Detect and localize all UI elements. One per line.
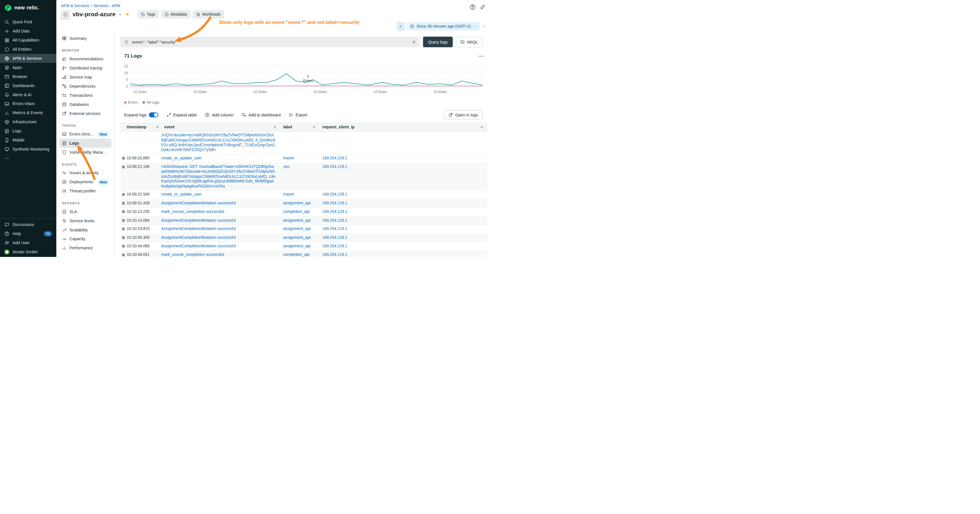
log-event-link[interactable]: mark_course_completion successful	[161, 253, 275, 257]
row-select-icon[interactable]	[122, 165, 125, 168]
open-in-logs-button[interactable]: Open in logs	[444, 110, 482, 119]
nav2-item-scalability[interactable]: Scalability	[59, 225, 111, 234]
remove-event-column-icon[interactable]	[273, 125, 277, 129]
log-request-client-ip-link[interactable]: 169.254.129.1	[322, 244, 488, 249]
nav2-item-errors-errors-inb[interactable]: Errors (errors inb...New	[59, 129, 111, 138]
column-header-request-client-ip[interactable]: request_client_ip	[322, 125, 355, 129]
log-label-link[interactable]: assignment_api	[283, 218, 319, 223]
log-label-link[interactable]: sso	[283, 164, 319, 169]
sidebar-item-infrastructure[interactable]: Infrastructure	[0, 117, 56, 126]
log-event-link[interactable]: AssignmentCompletionMutation successful	[161, 226, 275, 231]
favorite-star-icon[interactable]: ★	[125, 12, 130, 17]
more-options-button[interactable]: ...	[478, 52, 484, 58]
log-label-link[interactable]: assignment_api	[283, 244, 319, 249]
nav2-item-databases[interactable]: Databases	[59, 100, 111, 109]
nav2-item-transactions[interactable]: Transactions	[59, 91, 111, 100]
sidebar-item-all-capabilities[interactable]: All Capabilities	[0, 36, 56, 45]
logs-query-input[interactable]	[132, 39, 409, 45]
sidebar-item-dashboards[interactable]: Dashboards	[0, 81, 56, 90]
sidebar-item-apm-services[interactable]: APM & Services	[0, 54, 56, 63]
log-request-client-ip-link[interactable]: 169.254.129.1	[322, 235, 488, 240]
nav2-item-issues-activity[interactable]: Issues & activity	[59, 169, 111, 178]
row-select-icon[interactable]	[122, 245, 125, 248]
breadcrumb-link-apm-services[interactable]: APM & Services	[61, 4, 89, 8]
metadata-button[interactable]: Metadata	[161, 10, 190, 19]
nav2-item-performance[interactable]: Performance	[59, 243, 111, 253]
permalink-icon[interactable]	[480, 4, 486, 10]
row-select-icon[interactable]	[122, 193, 125, 196]
entity-chevron-down-icon[interactable]	[118, 12, 123, 16]
log-event-link[interactable]: JUQVU&code=eyJraWQiOiJjcGltY29yZV8wOTl1M…	[161, 133, 275, 152]
sidebar-item-synthetic-monitoring[interactable]: Synthetic Monitoring	[0, 145, 56, 154]
sidebar-item-mobile[interactable]: Mobile	[0, 135, 56, 145]
entity-title[interactable]: vbv-prod-azure	[73, 11, 116, 18]
tags-button[interactable]: Tags	[137, 10, 159, 19]
log-event-link[interactable]: <ASGIRequest: GET '/sso/callback/?state=…	[161, 164, 275, 189]
query-logs-button[interactable]: Query logs	[423, 37, 453, 47]
sidebar-item-browser[interactable]: Browser	[0, 72, 56, 81]
add-column-button[interactable]: Add column	[205, 112, 234, 117]
logs-search-box[interactable]	[120, 37, 420, 47]
log-label-link[interactable]: assignment_api	[283, 201, 319, 205]
column-header-event[interactable]: event	[164, 125, 175, 129]
logs-timeseries-chart[interactable]: 05101510:15am10:20am10:25am10:30am10:35a…	[120, 63, 490, 95]
row-select-icon[interactable]	[122, 236, 125, 239]
log-event-link[interactable]: mark_course_completion successful	[161, 210, 275, 214]
log-request-client-ip-link[interactable]: 169.254.129.1	[322, 210, 488, 214]
toggle-on-icon[interactable]	[149, 112, 158, 118]
row-select-icon[interactable]	[122, 210, 125, 213]
row-select-icon[interactable]	[122, 253, 125, 256]
time-range-button[interactable]: Since 30 minutes ago (GMT+2)	[407, 22, 479, 31]
column-header-label[interactable]: label	[283, 125, 292, 129]
breadcrumb-link-services-apm[interactable]: Services - APM	[94, 4, 120, 8]
log-label-link[interactable]: import	[283, 156, 319, 161]
expand-logs-toggle[interactable]: Expand logs	[124, 112, 158, 118]
sidebar-item-alerts-ai[interactable]: Alerts & AI	[0, 90, 56, 99]
sidebar-item-more[interactable]	[0, 154, 56, 163]
row-select-icon[interactable]	[122, 157, 125, 160]
column-header-timestamp[interactable]: timestamp	[127, 125, 146, 129]
nav2-item-summary[interactable]: Summary	[59, 34, 111, 43]
log-request-client-ip-link[interactable]: 169.254.129.1	[322, 164, 488, 169]
sidebar-item-iterativ-gmbh[interactable]: Iterativ GmbH	[0, 247, 56, 256]
newrelic-logo[interactable]: new relic.	[0, 0, 56, 16]
time-forward-icon[interactable]	[482, 24, 486, 29]
log-label-link[interactable]: assignment_api	[283, 235, 319, 240]
legend-errors[interactable]: Errors	[124, 100, 138, 104]
nav2-item-service-levels[interactable]: Service levels	[59, 216, 111, 225]
log-request-client-ip-link[interactable]: 169.254.129.1	[322, 201, 488, 205]
log-request-client-ip-link[interactable]: 169.254.129.1	[322, 253, 488, 257]
remove-timestamp-column-icon[interactable]	[156, 125, 159, 129]
log-label-link[interactable]: import	[283, 192, 319, 197]
row-select-icon[interactable]	[122, 219, 125, 222]
nav2-item-capacity[interactable]: Capacity	[59, 234, 111, 243]
log-label-link[interactable]: completion_api	[283, 210, 319, 214]
expand-table-button[interactable]: Expand table	[167, 112, 197, 117]
remove-label-column-icon[interactable]	[312, 125, 316, 129]
log-request-client-ip-link[interactable]: 169.254.129.1	[322, 226, 488, 231]
export-button[interactable]: Export	[289, 112, 308, 117]
sidebar-item-help[interactable]: Help70	[0, 229, 56, 238]
workloads-button[interactable]: Workloads	[192, 10, 224, 19]
nav2-item-thread-profiler[interactable]: Thread profiler	[59, 186, 111, 196]
nrql-button[interactable]: NRQL	[456, 37, 483, 47]
nav2-item-vulnerability-management[interactable]: Vulnerability Management	[59, 148, 111, 157]
nav2-item-external-services[interactable]: External services	[59, 109, 111, 118]
add-to-dashboard-button[interactable]: Add to dashboard	[242, 112, 280, 117]
remove-request-client-ip-column-icon[interactable]	[480, 125, 484, 129]
log-label-link[interactable]: assignment_api	[283, 226, 319, 231]
nav2-item-dependencies[interactable]: Dependencies	[59, 82, 111, 91]
legend-all-logs[interactable]: All Logs	[143, 100, 159, 104]
time-back-button[interactable]	[397, 22, 405, 31]
log-request-client-ip-link[interactable]: 169.254.129.1	[322, 156, 488, 161]
row-select-icon[interactable]	[122, 228, 125, 230]
sidebar-item-errors-inbox[interactable]: Errors Inbox	[0, 99, 56, 108]
log-event-link[interactable]: AssignmentCompletionMutation successful	[161, 218, 275, 223]
log-request-client-ip-link[interactable]: 169.254.129.1	[322, 192, 488, 197]
log-event-link[interactable]: AssignmentCompletionMutation successful	[161, 235, 275, 240]
log-label-link[interactable]: completion_api	[283, 253, 319, 257]
nav2-item-recommendations[interactable]: Recommendations	[59, 54, 111, 64]
sidebar-item-quick-find[interactable]: Quick Find	[0, 18, 56, 27]
log-request-client-ip-link[interactable]: 169.254.129.1	[322, 218, 488, 223]
nav2-item-deployments[interactable]: DeploymentsNew	[59, 177, 111, 186]
